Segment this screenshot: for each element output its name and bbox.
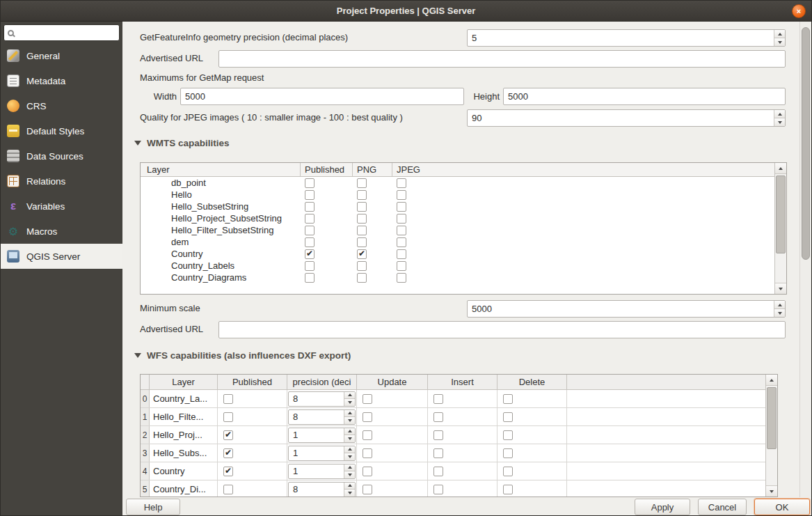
column-header-layer[interactable]: Layer bbox=[150, 375, 218, 389]
published-checkbox[interactable] bbox=[305, 178, 315, 188]
spin-down-icon[interactable] bbox=[344, 399, 355, 406]
row-number-header[interactable]: 5 bbox=[141, 480, 150, 497]
spin-down-icon[interactable] bbox=[344, 417, 355, 424]
spin-down-icon[interactable] bbox=[344, 490, 355, 497]
spin-up-icon[interactable] bbox=[774, 30, 785, 38]
ok-button[interactable]: OK bbox=[754, 499, 810, 515]
png-checkbox[interactable] bbox=[357, 237, 367, 247]
insert-checkbox[interactable] bbox=[433, 394, 443, 404]
insert-checkbox[interactable] bbox=[433, 448, 443, 458]
png-checkbox[interactable] bbox=[357, 226, 367, 235]
published-checkbox[interactable] bbox=[223, 467, 233, 476]
delete-checkbox[interactable] bbox=[503, 394, 513, 404]
wfs-table-row[interactable]: 1Hello_Filte...8 bbox=[141, 408, 765, 426]
row-number-header[interactable]: 0 bbox=[141, 390, 150, 407]
spin-down-icon[interactable] bbox=[344, 435, 355, 442]
advertised-url2-input[interactable] bbox=[218, 321, 786, 338]
column-header-published[interactable]: Published bbox=[218, 375, 287, 389]
delete-checkbox[interactable] bbox=[503, 412, 513, 422]
wfs-table-row[interactable]: 5Country_Di...8 bbox=[141, 480, 765, 497]
wmts-table-row[interactable]: db_point bbox=[141, 177, 774, 189]
spin-down-icon[interactable] bbox=[774, 118, 785, 126]
published-checkbox[interactable] bbox=[305, 214, 315, 224]
update-checkbox[interactable] bbox=[363, 394, 372, 404]
scroll-up-icon[interactable] bbox=[775, 163, 786, 174]
row-number-header[interactable]: 2 bbox=[141, 426, 150, 444]
wmts-table-row[interactable]: Hello_Project_SubsetString bbox=[141, 212, 774, 224]
column-header-png[interactable]: PNG bbox=[353, 163, 392, 176]
scroll-down-icon[interactable] bbox=[775, 283, 786, 294]
update-checkbox[interactable] bbox=[363, 430, 372, 440]
published-checkbox[interactable] bbox=[305, 261, 315, 271]
precision-spinbox[interactable]: 1 bbox=[288, 428, 356, 443]
cancel-button[interactable]: Cancel bbox=[698, 499, 747, 515]
png-checkbox[interactable] bbox=[357, 178, 367, 188]
wmts-scrollbar[interactable] bbox=[774, 163, 786, 294]
spin-down-icon[interactable] bbox=[344, 471, 355, 478]
sidebar-item-macros[interactable]: ⚙Macros bbox=[1, 219, 122, 244]
wmts-table-row[interactable]: Country bbox=[141, 248, 774, 260]
published-checkbox[interactable] bbox=[305, 226, 315, 235]
published-checkbox[interactable] bbox=[305, 249, 315, 259]
wmts-table-row[interactable]: Country_Labels bbox=[141, 260, 774, 272]
delete-checkbox[interactable] bbox=[503, 467, 513, 476]
column-header-update[interactable]: Update bbox=[357, 375, 428, 389]
update-checkbox[interactable] bbox=[363, 448, 372, 458]
wmts-table-row[interactable]: dem bbox=[141, 236, 774, 248]
wfs-table-row[interactable]: 0Country_La...8 bbox=[141, 390, 765, 408]
search-input[interactable] bbox=[14, 28, 140, 38]
column-header-precision[interactable]: precision (deci bbox=[287, 375, 357, 389]
height-input[interactable] bbox=[503, 88, 786, 105]
jpeg-checkbox[interactable] bbox=[397, 249, 406, 259]
wfs-scrollbar[interactable] bbox=[765, 375, 777, 497]
jpeg-checkbox[interactable] bbox=[397, 190, 406, 200]
scroll-up-icon[interactable] bbox=[766, 375, 777, 386]
spin-up-icon[interactable] bbox=[774, 301, 785, 309]
wfs-table-row[interactable]: 3Hello_Subs...1 bbox=[141, 444, 765, 462]
sidebar-item-qgis-server[interactable]: QGIS Server bbox=[1, 244, 122, 269]
page-scroll-thumb[interactable] bbox=[802, 27, 810, 260]
sidebar-item-default-styles[interactable]: Default Styles bbox=[1, 118, 122, 143]
spin-up-icon[interactable] bbox=[344, 446, 355, 454]
scroll-thumb[interactable] bbox=[767, 387, 777, 449]
row-number-header[interactable]: 3 bbox=[141, 444, 150, 462]
sidebar-item-general[interactable]: General bbox=[1, 43, 122, 68]
apply-button[interactable]: Apply bbox=[635, 499, 690, 515]
jpeg-checkbox[interactable] bbox=[397, 226, 406, 235]
wmts-table-row[interactable]: Hello bbox=[141, 189, 774, 201]
close-icon[interactable]: × bbox=[792, 4, 806, 18]
spin-up-icon[interactable] bbox=[774, 110, 785, 118]
published-checkbox[interactable] bbox=[305, 202, 315, 212]
wmts-table-row[interactable]: Country_Diagrams bbox=[141, 272, 774, 283]
delete-checkbox[interactable] bbox=[503, 430, 513, 440]
jpeg-checkbox[interactable] bbox=[397, 261, 406, 271]
sidebar-item-relations[interactable]: Relations bbox=[1, 169, 122, 194]
png-checkbox[interactable] bbox=[357, 261, 367, 271]
png-checkbox[interactable] bbox=[357, 273, 367, 283]
precision-spinbox[interactable]: 8 bbox=[288, 391, 356, 407]
width-input[interactable] bbox=[180, 88, 464, 105]
sidebar-item-metadata[interactable]: Metadata bbox=[1, 68, 122, 93]
page-scrollbar[interactable] bbox=[799, 22, 811, 497]
jpeg-checkbox[interactable] bbox=[397, 237, 406, 247]
insert-checkbox[interactable] bbox=[433, 485, 443, 494]
wfs-table-row[interactable]: 2Hello_Proj...1 bbox=[141, 426, 765, 444]
jpeg-checkbox[interactable] bbox=[397, 178, 406, 188]
minimum-scale-spinbox[interactable]: 5000 bbox=[467, 300, 786, 318]
precision-spinbox[interactable]: 1 bbox=[288, 446, 356, 461]
wmts-table-row[interactable]: Hello_SubsetString bbox=[141, 201, 774, 212]
insert-checkbox[interactable] bbox=[433, 412, 443, 422]
published-checkbox[interactable] bbox=[223, 430, 233, 440]
scroll-down-icon[interactable] bbox=[766, 485, 777, 497]
jpeg-checkbox[interactable] bbox=[397, 214, 406, 224]
published-checkbox[interactable] bbox=[223, 412, 233, 422]
published-checkbox[interactable] bbox=[223, 448, 233, 458]
row-number-header[interactable]: 1 bbox=[141, 408, 150, 425]
jpeg-checkbox[interactable] bbox=[397, 273, 406, 283]
png-checkbox[interactable] bbox=[357, 202, 367, 212]
sidebar-item-crs[interactable]: CRS bbox=[1, 93, 122, 118]
jpeg-quality-spinbox[interactable]: 90 bbox=[467, 109, 786, 127]
wfs-table-row[interactable]: 4Country1 bbox=[141, 462, 765, 480]
sidebar-item-variables[interactable]: εVariables bbox=[1, 194, 122, 219]
png-checkbox[interactable] bbox=[357, 249, 367, 259]
